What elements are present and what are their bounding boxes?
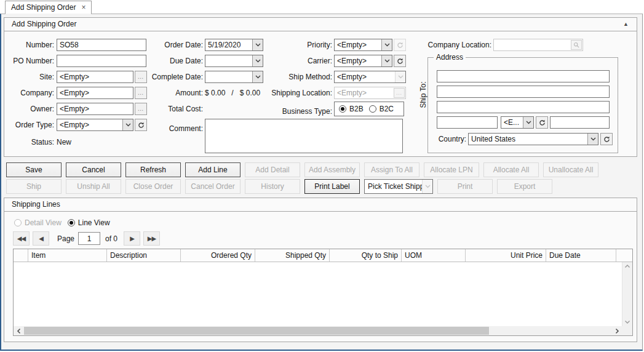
- previous-page-button[interactable]: ◀: [33, 231, 49, 246]
- shipping-location-field: <Empty> …: [334, 87, 406, 99]
- ship-method-value: <Empty>: [335, 71, 395, 82]
- address-line2-field[interactable]: [437, 86, 610, 98]
- print-label-button[interactable]: Print Label: [304, 179, 360, 194]
- comment-field[interactable]: [205, 119, 403, 153]
- amount-value: $ 0.00 / $ 0.00: [205, 87, 260, 99]
- state-refresh-button[interactable]: [536, 116, 548, 129]
- postal-code-field[interactable]: [550, 116, 610, 129]
- vertical-scrollbar[interactable]: [622, 262, 632, 326]
- grid-header-filler: [616, 249, 632, 262]
- history-button: History: [245, 179, 300, 194]
- print-type-combo[interactable]: Pick Ticket Shipp...: [364, 179, 433, 194]
- site-field[interactable]: <Empty>: [57, 71, 133, 83]
- chevron-down-icon[interactable]: [587, 134, 598, 145]
- line-view-label: Line View: [78, 218, 110, 227]
- status-label: Status:: [4, 136, 54, 148]
- refresh-icon: [397, 58, 403, 65]
- chevron-down-icon[interactable]: [122, 119, 133, 130]
- last-page-icon: ▶▶: [148, 235, 156, 242]
- line-view-radio[interactable]: [68, 219, 75, 226]
- cancel-button[interactable]: Cancel: [66, 162, 121, 177]
- save-button[interactable]: Save: [6, 162, 62, 177]
- total-cost-label: Total Cost:: [143, 103, 203, 115]
- order-type-combo[interactable]: <Empty>: [57, 119, 133, 131]
- add-line-button[interactable]: Add Line: [185, 162, 241, 177]
- horizontal-scroll-track[interactable]: [23, 326, 612, 335]
- grid-header-unit-price[interactable]: Unit Price: [466, 249, 546, 262]
- first-page-button[interactable]: ◀◀: [13, 231, 30, 246]
- scroll-left-icon[interactable]: [14, 326, 23, 335]
- chevron-down-icon[interactable]: [381, 55, 392, 66]
- status-value: New: [57, 136, 71, 148]
- shipping-lines-panel: Shipping Lines Detail View Line View ◀◀ …: [4, 198, 637, 342]
- next-page-button[interactable]: ▶: [124, 231, 140, 246]
- horizontal-scrollbar[interactable]: [14, 326, 622, 335]
- number-field[interactable]: [57, 39, 146, 51]
- detail-view-radio: [14, 219, 22, 226]
- business-type-label: Business Type:: [260, 105, 332, 118]
- grid-header-qty-to-ship[interactable]: Qty to Ship: [330, 249, 402, 262]
- page-label: Page: [57, 234, 74, 243]
- address-line3-field[interactable]: [437, 101, 610, 113]
- owner-label: Owner:: [4, 103, 54, 115]
- toolbar-row-2: Ship Unship All Close Order Cancel Order…: [6, 179, 552, 194]
- horizontal-scroll-thumb[interactable]: [24, 327, 489, 335]
- ellipsis-icon: …: [396, 90, 403, 96]
- grid-body[interactable]: [14, 262, 622, 326]
- cancel-order-button: Cancel Order: [185, 179, 241, 194]
- scroll-up-icon[interactable]: [624, 264, 630, 268]
- print-type-value: Pick Ticket Shipp...: [365, 180, 422, 193]
- ship-method-combo[interactable]: <Empty>: [334, 71, 406, 83]
- chevron-down-icon[interactable]: [381, 39, 392, 50]
- scroll-right-icon[interactable]: [612, 326, 622, 335]
- b2b-radio[interactable]: [339, 105, 346, 113]
- due-date-picker[interactable]: [205, 55, 263, 67]
- owner-field[interactable]: <Empty>: [57, 103, 133, 115]
- address-group-title: Address: [434, 53, 466, 62]
- company-field[interactable]: <Empty>: [57, 87, 133, 99]
- country-combo[interactable]: United States: [468, 133, 598, 145]
- number-label: Number:: [4, 39, 54, 51]
- po-number-field[interactable]: [57, 55, 146, 67]
- refresh-icon: [539, 119, 546, 126]
- priority-combo[interactable]: <Empty>: [334, 39, 392, 51]
- city-field[interactable]: [437, 116, 498, 129]
- last-page-button[interactable]: ▶▶: [143, 231, 160, 246]
- carrier-refresh-button[interactable]: [394, 55, 406, 67]
- tab-add-shipping-order[interactable]: Add Shipping Order ×: [5, 1, 92, 14]
- grid-header-ordered-qty[interactable]: Ordered Qty: [181, 249, 255, 262]
- country-label: Country:: [428, 133, 466, 145]
- close-icon[interactable]: ×: [81, 4, 85, 11]
- grid-header-shipped-qty[interactable]: Shipped Qty: [255, 249, 330, 262]
- order-date-picker[interactable]: 5/19/2020: [205, 39, 263, 51]
- app-window: Add Shipping Order × Add Shipping Order …: [0, 0, 644, 352]
- complete-date-picker[interactable]: [205, 71, 263, 83]
- address-line1-field[interactable]: [437, 70, 610, 82]
- order-type-label: Order Type:: [4, 119, 54, 131]
- company-label: Company:: [4, 87, 54, 99]
- company-location-label: Company Location:: [411, 39, 491, 51]
- grid-header-description[interactable]: Description: [107, 249, 181, 262]
- unship-all-button: Unship All: [66, 179, 121, 194]
- toolbar-row-1: Save Cancel Refresh Add Line Add Detail …: [6, 162, 598, 177]
- refresh-button[interactable]: Refresh: [125, 162, 181, 177]
- shipping-location-lookup-button: …: [394, 88, 405, 98]
- print-button: Print: [437, 179, 493, 194]
- grid-header-due-date[interactable]: Due Date: [546, 249, 616, 262]
- carrier-label: Carrier:: [260, 55, 332, 67]
- order-type-value: <Empty>: [57, 119, 122, 130]
- grid-header-uom[interactable]: UOM: [402, 249, 466, 262]
- due-date-value: [205, 55, 252, 66]
- scroll-down-icon[interactable]: [624, 320, 630, 324]
- country-refresh-button[interactable]: [600, 133, 613, 145]
- state-combo[interactable]: <E...: [501, 116, 534, 129]
- address-group: Address <E... Country: United States: [427, 57, 618, 153]
- page-number-input[interactable]: [78, 232, 100, 245]
- carrier-combo[interactable]: <Empty>: [334, 55, 392, 67]
- grid-header-item[interactable]: Item: [28, 249, 107, 262]
- lines-panel-title: Shipping Lines: [12, 200, 60, 209]
- b2c-radio[interactable]: [369, 105, 376, 113]
- chevron-down-icon[interactable]: [523, 117, 533, 128]
- company-location-field: [493, 39, 583, 51]
- collapse-icon[interactable]: ▲: [623, 18, 629, 31]
